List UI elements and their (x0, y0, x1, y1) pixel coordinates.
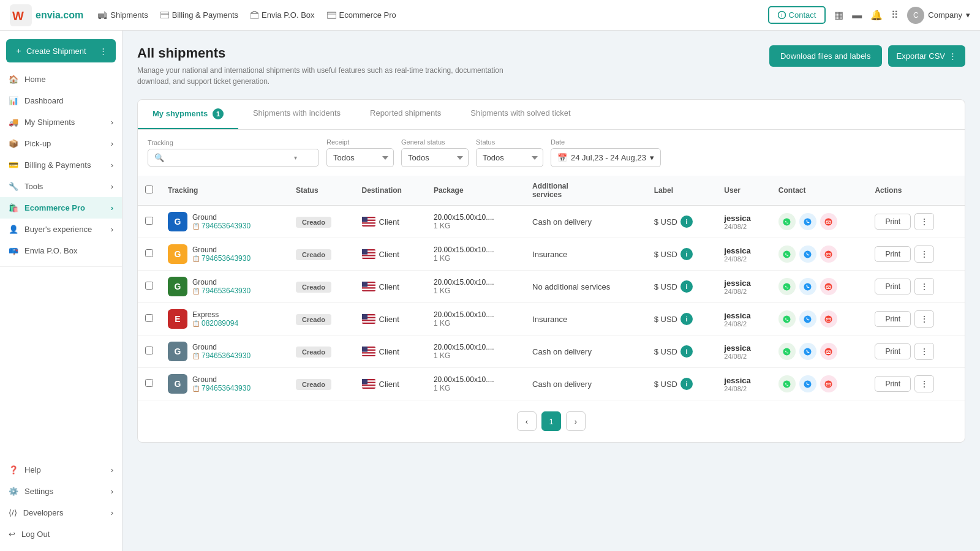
prev-page-button[interactable]: ‹ (517, 411, 537, 431)
print-button[interactable]: Print (875, 311, 911, 327)
truck-icon: 🚚 (9, 118, 18, 127)
whatsapp-button[interactable] (778, 310, 796, 328)
more-actions-button[interactable]: ⋮ (914, 343, 934, 360)
print-button[interactable]: Print (875, 246, 911, 262)
label-info-icon[interactable]: i (680, 280, 693, 293)
status-select[interactable]: Todos (476, 148, 543, 167)
print-button[interactable]: Print (875, 214, 911, 230)
whatsapp-button[interactable] (778, 278, 796, 295)
receipt-select[interactable]: Todos (326, 148, 394, 167)
sidebar-item-developers[interactable]: ⟨/⟩ Developers › (0, 502, 122, 523)
tracking-number[interactable]: 📋794653643930 (192, 222, 251, 230)
label-info-icon[interactable]: i (680, 378, 693, 390)
sidebar-item-help[interactable]: ❓ Help › (0, 459, 122, 481)
tracking-number[interactable]: 📋794653643930 (192, 287, 251, 295)
print-button[interactable]: Print (875, 376, 911, 392)
whatsapp-button[interactable] (778, 246, 796, 263)
label-info-icon[interactable]: i (680, 248, 693, 260)
nav-pobox[interactable]: Envia P.O. Box (251, 10, 314, 20)
sidebar-item-pobox[interactable]: 📪 Envia P.O. Box (0, 240, 122, 261)
email-button[interactable] (820, 278, 837, 295)
select-all-checkbox[interactable] (145, 186, 153, 193)
sidebar-item-dashboard[interactable]: 📊 Dashboard (0, 90, 122, 111)
general-status-select[interactable]: Todos (401, 148, 469, 167)
status-badge: Creado (296, 217, 331, 228)
phone-button[interactable] (799, 213, 816, 230)
row-checkbox[interactable] (145, 314, 153, 322)
nav-shipments[interactable]: Shipments (98, 10, 148, 20)
tracking-number[interactable]: 📋794653643930 (192, 351, 251, 360)
label-value: $ USD (654, 347, 677, 356)
sidebar-item-buyer[interactable]: 👤 Buyer's experience › (0, 219, 122, 240)
more-actions-button[interactable]: ⋮ (914, 246, 934, 263)
tab-reported[interactable]: Reported shipments (355, 100, 456, 129)
row-checkbox[interactable] (145, 347, 153, 354)
tracking-number[interactable]: 📋794653643930 (192, 254, 251, 263)
email-button[interactable] (820, 310, 837, 328)
phone-button[interactable] (799, 246, 816, 263)
home-icon: 🏠 (9, 75, 18, 84)
print-button[interactable]: Print (875, 343, 911, 359)
more-actions-button[interactable]: ⋮ (914, 310, 934, 328)
phone-button[interactable] (799, 375, 816, 392)
email-button[interactable] (820, 213, 837, 230)
calculator-icon[interactable]: ▦ (834, 9, 843, 21)
tab-my-shipments[interactable]: My shypments 1 (138, 100, 238, 129)
export-csv-button[interactable]: Exportar CSV ⋮ (888, 45, 965, 67)
tools-icon: 🔧 (9, 182, 18, 191)
label-info-icon[interactable]: i (680, 216, 693, 228)
top-right-actions: i Contact ▦ ▬ 🔔 ⠿ C Company ▾ (768, 6, 970, 24)
print-button[interactable]: Print (875, 279, 911, 294)
bell-icon[interactable]: 🔔 (870, 9, 883, 21)
sidebar-item-ecommerce[interactable]: 🛍️ Ecommerce Pro › (0, 197, 122, 219)
phone-button[interactable] (799, 278, 816, 295)
settings-icon: ⚙️ (9, 487, 18, 496)
label-info-icon[interactable]: i (680, 345, 693, 358)
email-button[interactable] (820, 246, 837, 263)
sidebar-item-billing[interactable]: 💳 Billing & Payments › (0, 154, 122, 176)
row-checkbox[interactable] (145, 379, 153, 387)
grid-icon[interactable]: ⠿ (891, 9, 899, 21)
sidebar-item-logout[interactable]: ↩ Log Out (0, 523, 122, 545)
logo[interactable]: W envia.com (10, 4, 83, 26)
row-checkbox[interactable] (145, 282, 153, 290)
flag-icon (362, 314, 375, 324)
more-actions-button[interactable]: ⋮ (914, 375, 934, 392)
nav-ecommerce[interactable]: Ecommerce Pro (327, 10, 396, 20)
row-checkbox[interactable] (145, 249, 153, 257)
page-title: All shipments (137, 45, 505, 61)
phone-button[interactable] (799, 310, 816, 328)
whatsapp-button[interactable] (778, 343, 796, 360)
whatsapp-button[interactable] (778, 213, 796, 230)
company-menu[interactable]: C Company ▾ (907, 7, 970, 24)
tracking-name: Ground (192, 213, 251, 222)
date-range-picker[interactable]: 📅 24 Jul,23 - 24 Aug,23 ▾ (551, 148, 661, 167)
tab-solved[interactable]: Shipments with solved ticket (456, 100, 585, 129)
sidebar-item-my-shipments[interactable]: 🚚 My Shipments › (0, 111, 122, 133)
sidebar-item-pickup[interactable]: 📦 Pick-up › (0, 133, 122, 154)
sidebar-item-settings[interactable]: ⚙️ Settings › (0, 481, 122, 502)
next-page-button[interactable]: › (566, 411, 586, 431)
tracking-number[interactable]: 📋794653643930 (192, 384, 251, 392)
tab-incidents[interactable]: Shipments with incidents (238, 100, 355, 129)
email-button[interactable] (820, 375, 837, 392)
sidebar-item-tools[interactable]: 🔧 Tools › (0, 176, 122, 197)
contact-button[interactable]: i Contact (768, 6, 826, 24)
more-actions-button[interactable]: ⋮ (914, 213, 934, 230)
row-checkbox[interactable] (145, 217, 153, 225)
whatsapp-button[interactable] (778, 375, 796, 392)
email-button[interactable] (820, 343, 837, 360)
label-info-icon[interactable]: i (680, 313, 693, 325)
tracking-number[interactable]: 📋082089094 (192, 319, 238, 328)
page-1-button[interactable]: 1 (541, 411, 561, 431)
create-shipment-button[interactable]: ＋ Create Shipment ⋮ (6, 39, 116, 62)
tracking-search-box[interactable]: 🔍 ▾ (148, 149, 319, 167)
more-actions-button[interactable]: ⋮ (914, 278, 934, 295)
nav-billing[interactable]: Billing & Payments (160, 10, 238, 20)
download-files-button[interactable]: Download files and labels (769, 45, 881, 67)
phone-button[interactable] (799, 343, 816, 360)
sidebar-item-home[interactable]: 🏠 Home (0, 69, 122, 90)
tracking-search-input[interactable] (168, 153, 290, 162)
card-icon[interactable]: ▬ (852, 10, 862, 21)
user-cell: jessica 24/08/2 (724, 246, 763, 263)
